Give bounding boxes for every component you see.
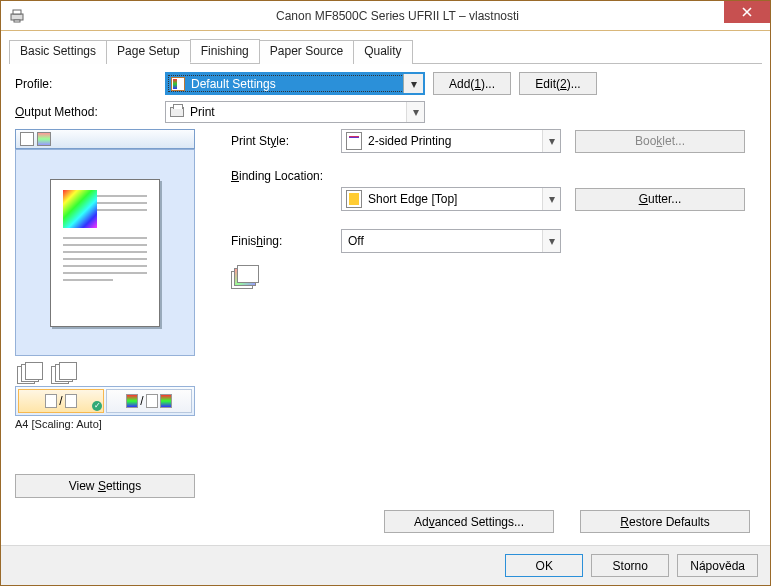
print-style-dropdown[interactable]: 2-sided Printing ▾: [341, 129, 561, 153]
preview-mode-toggle[interactable]: [15, 129, 195, 149]
tab-paper-source[interactable]: Paper Source: [259, 40, 354, 64]
binding-location-dropdown[interactable]: Short Edge [Top] ▾: [341, 187, 561, 211]
window-title: Canon MF8500C Series UFRII LT – vlastnos…: [25, 9, 770, 23]
tab-finishing[interactable]: Finishing: [190, 39, 260, 63]
tab-strip: Basic Settings Page Setup Finishing Pape…: [9, 39, 762, 64]
tab-page-setup[interactable]: Page Setup: [106, 40, 191, 64]
close-button[interactable]: [724, 1, 770, 23]
output-method-dropdown[interactable]: Print ▾: [165, 101, 425, 123]
help-button[interactable]: Nápověda: [677, 554, 758, 577]
svg-rect-1: [13, 10, 21, 14]
layout-option-2[interactable]: /: [106, 389, 192, 413]
profile-item-icon: [171, 77, 185, 91]
pages-stack-icon: [17, 362, 43, 384]
chevron-down-icon: ▾: [406, 102, 424, 122]
binding-location-label: Binding Location:: [231, 169, 341, 183]
page-icon: [20, 132, 34, 146]
chevron-down-icon: ▾: [542, 188, 560, 210]
view-settings-button[interactable]: View Settings: [15, 474, 195, 498]
tab-basic-settings[interactable]: Basic Settings: [9, 40, 107, 64]
preview-icon-strip: [17, 362, 195, 384]
finishing-label: Finishing:: [231, 234, 341, 248]
printer-icon: [170, 107, 184, 117]
cancel-button[interactable]: Storno: [591, 554, 669, 577]
profile-value: Default Settings: [191, 77, 276, 91]
finishing-dropdown[interactable]: Off ▾: [341, 229, 561, 253]
titlebar: Canon MF8500C Series UFRII LT – vlastnos…: [1, 1, 770, 31]
dialog-footer: OK Storno Nápověda: [1, 545, 770, 585]
chevron-down-icon: ▾: [542, 230, 560, 252]
color-page-icon: [37, 132, 51, 146]
document-icon: [346, 190, 362, 208]
check-icon: ✓: [92, 401, 102, 411]
profile-label: Profile:: [15, 77, 165, 91]
ok-button[interactable]: OK: [505, 554, 583, 577]
add-profile-button[interactable]: Add(1)...: [433, 72, 511, 95]
pages-stack-icon: [51, 362, 77, 384]
chevron-down-icon: ▾: [542, 130, 560, 152]
document-icon: [346, 132, 362, 150]
preview-column: / ✓ / A4 [Scaling: Auto] View Settings: [15, 129, 195, 498]
print-style-value: 2-sided Printing: [368, 134, 451, 148]
bottom-button-row: Advanced Settings... Restore Defaults: [376, 510, 750, 533]
finishing-value: Off: [348, 234, 364, 248]
chevron-down-icon: ▾: [403, 74, 423, 93]
edit-profile-button[interactable]: Edit(2)...: [519, 72, 597, 95]
tab-quality[interactable]: Quality: [353, 40, 412, 64]
output-method-value: Print: [190, 105, 215, 119]
finishing-form: Print Style: 2-sided Printing ▾ Booklet.…: [195, 129, 756, 498]
output-method-label: Output Method:: [15, 105, 165, 119]
restore-defaults-button[interactable]: Restore Defaults: [580, 510, 750, 533]
printer-app-icon: [9, 8, 25, 24]
booklet-button: Booklet...: [575, 130, 745, 153]
preview-caption: A4 [Scaling: Auto]: [15, 418, 195, 430]
dialog-body: Basic Settings Page Setup Finishing Pape…: [1, 31, 770, 512]
svg-rect-2: [14, 20, 20, 22]
binding-location-value: Short Edge [Top]: [368, 192, 457, 206]
gutter-button[interactable]: Gutter...: [575, 188, 745, 211]
dialog-window: Canon MF8500C Series UFRII LT – vlastnos…: [0, 0, 771, 586]
preview-paper: [50, 179, 160, 327]
collate-icon: [231, 265, 259, 289]
preview-color-swatch: [63, 190, 97, 228]
layout-option-1[interactable]: / ✓: [18, 389, 104, 413]
tab-pane-finishing: Profile: Default Settings ▾ Add(1)... Ed…: [9, 64, 762, 504]
page-preview: [15, 149, 195, 356]
layout-segmented-control: / ✓ /: [15, 386, 195, 416]
print-style-label: Print Style:: [231, 134, 341, 148]
advanced-settings-button[interactable]: Advanced Settings...: [384, 510, 554, 533]
profile-dropdown[interactable]: Default Settings ▾: [165, 72, 425, 95]
svg-rect-0: [11, 14, 23, 20]
